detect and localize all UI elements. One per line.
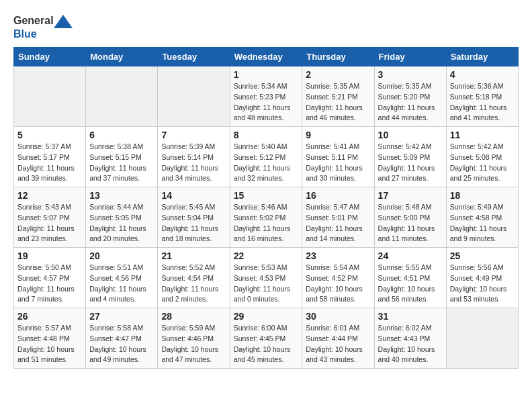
- day-number: 2: [306, 69, 370, 80]
- day-info: Sunrise: 5:38 AM Sunset: 5:15 PM Dayligh…: [89, 142, 154, 184]
- day-number: 5: [17, 130, 82, 140]
- calendar-week-row: 5Sunrise: 5:37 AM Sunset: 5:17 PM Daylig…: [14, 127, 519, 187]
- day-info: Sunrise: 5:39 AM Sunset: 5:14 PM Dayligh…: [161, 142, 226, 184]
- day-number: 11: [450, 130, 515, 140]
- calendar-cell: 4Sunrise: 5:36 AM Sunset: 5:18 PM Daylig…: [446, 66, 518, 127]
- day-info: Sunrise: 5:58 AM Sunset: 4:47 PM Dayligh…: [89, 323, 154, 365]
- calendar-cell: 5Sunrise: 5:37 AM Sunset: 5:17 PM Daylig…: [14, 127, 86, 187]
- calendar-cell: 26Sunrise: 5:57 AM Sunset: 4:48 PM Dayli…: [14, 308, 86, 369]
- calendar-cell: 19Sunrise: 5:50 AM Sunset: 4:57 PM Dayli…: [14, 248, 86, 308]
- day-number: 14: [161, 190, 226, 201]
- calendar-cell: 13Sunrise: 5:44 AM Sunset: 5:05 PM Dayli…: [86, 187, 158, 248]
- calendar-cell: 7Sunrise: 5:39 AM Sunset: 5:14 PM Daylig…: [158, 127, 230, 187]
- svg-marker-1: [54, 15, 73, 28]
- logo: GeneralBlue: [13, 13, 74, 40]
- calendar-cell: 14Sunrise: 5:45 AM Sunset: 5:04 PM Dayli…: [158, 187, 230, 248]
- day-info: Sunrise: 5:40 AM Sunset: 5:12 PM Dayligh…: [234, 142, 299, 184]
- day-info: Sunrise: 5:42 AM Sunset: 5:08 PM Dayligh…: [450, 142, 515, 184]
- day-info: Sunrise: 5:51 AM Sunset: 4:56 PM Dayligh…: [89, 263, 154, 305]
- day-number: 3: [378, 69, 443, 80]
- weekday-header-sunday: Sunday: [14, 48, 86, 66]
- day-info: Sunrise: 5:52 AM Sunset: 4:54 PM Dayligh…: [161, 263, 226, 305]
- day-number: 8: [234, 130, 299, 140]
- day-number: 1: [234, 69, 299, 80]
- day-info: Sunrise: 6:01 AM Sunset: 4:44 PM Dayligh…: [306, 323, 370, 365]
- day-info: Sunrise: 5:48 AM Sunset: 5:00 PM Dayligh…: [378, 202, 443, 244]
- calendar-cell: 16Sunrise: 5:47 AM Sunset: 5:01 PM Dayli…: [302, 187, 374, 248]
- calendar-cell: [14, 66, 86, 127]
- calendar-cell: 10Sunrise: 5:42 AM Sunset: 5:09 PM Dayli…: [374, 127, 446, 187]
- day-number: 24: [378, 250, 443, 261]
- day-number: 12: [17, 190, 82, 201]
- day-number: 17: [378, 190, 443, 201]
- day-info: Sunrise: 5:57 AM Sunset: 4:48 PM Dayligh…: [17, 323, 82, 365]
- day-info: Sunrise: 5:36 AM Sunset: 5:18 PM Dayligh…: [450, 81, 515, 124]
- day-number: 27: [89, 311, 154, 322]
- day-number: 15: [234, 190, 299, 201]
- calendar-cell: 6Sunrise: 5:38 AM Sunset: 5:15 PM Daylig…: [86, 127, 158, 187]
- calendar-cell: 20Sunrise: 5:51 AM Sunset: 4:56 PM Dayli…: [86, 248, 158, 308]
- calendar-cell: 2Sunrise: 5:35 AM Sunset: 5:21 PM Daylig…: [302, 66, 374, 127]
- calendar-cell: 30Sunrise: 6:01 AM Sunset: 4:44 PM Dayli…: [302, 308, 374, 369]
- day-info: Sunrise: 5:45 AM Sunset: 5:04 PM Dayligh…: [161, 202, 226, 244]
- calendar-week-row: 19Sunrise: 5:50 AM Sunset: 4:57 PM Dayli…: [14, 248, 519, 308]
- day-info: Sunrise: 5:55 AM Sunset: 4:51 PM Dayligh…: [378, 263, 443, 305]
- calendar-cell: 3Sunrise: 5:35 AM Sunset: 5:20 PM Daylig…: [374, 66, 446, 127]
- calendar-cell: 21Sunrise: 5:52 AM Sunset: 4:54 PM Dayli…: [158, 248, 230, 308]
- day-info: Sunrise: 6:02 AM Sunset: 4:43 PM Dayligh…: [378, 323, 443, 365]
- svg-text:Blue: Blue: [13, 28, 37, 40]
- calendar-cell: [158, 66, 230, 127]
- day-info: Sunrise: 5:41 AM Sunset: 5:11 PM Dayligh…: [306, 142, 370, 184]
- day-info: Sunrise: 5:35 AM Sunset: 5:21 PM Dayligh…: [306, 81, 370, 124]
- day-info: Sunrise: 5:54 AM Sunset: 4:52 PM Dayligh…: [306, 263, 370, 305]
- calendar-cell: 17Sunrise: 5:48 AM Sunset: 5:00 PM Dayli…: [374, 187, 446, 248]
- calendar-week-row: 12Sunrise: 5:43 AM Sunset: 5:07 PM Dayli…: [14, 187, 519, 248]
- calendar-cell: 28Sunrise: 5:59 AM Sunset: 4:46 PM Dayli…: [158, 308, 230, 369]
- day-info: Sunrise: 5:49 AM Sunset: 4:58 PM Dayligh…: [450, 202, 515, 244]
- calendar-cell: 11Sunrise: 5:42 AM Sunset: 5:08 PM Dayli…: [446, 127, 518, 187]
- day-number: 18: [450, 190, 515, 201]
- day-number: 16: [306, 190, 370, 201]
- calendar-cell: 25Sunrise: 5:56 AM Sunset: 4:49 PM Dayli…: [446, 248, 518, 308]
- calendar-cell: 29Sunrise: 6:00 AM Sunset: 4:45 PM Dayli…: [230, 308, 302, 369]
- day-number: 22: [234, 250, 299, 261]
- calendar-cell: [86, 66, 158, 127]
- calendar-cell: 8Sunrise: 5:40 AM Sunset: 5:12 PM Daylig…: [230, 127, 302, 187]
- day-number: 21: [161, 250, 226, 261]
- day-number: 28: [161, 311, 226, 322]
- weekday-header-wednesday: Wednesday: [230, 48, 302, 66]
- calendar-cell: 18Sunrise: 5:49 AM Sunset: 4:58 PM Dayli…: [446, 187, 518, 248]
- day-number: 9: [306, 130, 370, 140]
- day-info: Sunrise: 5:50 AM Sunset: 4:57 PM Dayligh…: [17, 263, 82, 305]
- day-number: 19: [17, 250, 82, 261]
- day-info: Sunrise: 5:47 AM Sunset: 5:01 PM Dayligh…: [306, 202, 370, 244]
- calendar-cell: 27Sunrise: 5:58 AM Sunset: 4:47 PM Dayli…: [86, 308, 158, 369]
- calendar-cell: 22Sunrise: 5:53 AM Sunset: 4:53 PM Dayli…: [230, 248, 302, 308]
- calendar-cell: 9Sunrise: 5:41 AM Sunset: 5:11 PM Daylig…: [302, 127, 374, 187]
- calendar-cell: 31Sunrise: 6:02 AM Sunset: 4:43 PM Dayli…: [374, 308, 446, 369]
- day-number: 20: [89, 250, 154, 261]
- logo-svg: GeneralBlue: [13, 13, 74, 40]
- day-info: Sunrise: 5:59 AM Sunset: 4:46 PM Dayligh…: [161, 323, 226, 365]
- calendar-cell: 12Sunrise: 5:43 AM Sunset: 5:07 PM Dayli…: [14, 187, 86, 248]
- weekday-header-monday: Monday: [86, 48, 158, 66]
- day-number: 26: [17, 311, 82, 322]
- weekday-header-tuesday: Tuesday: [158, 48, 230, 66]
- page-header: GeneralBlue: [13, 13, 519, 40]
- weekday-header-row: SundayMondayTuesdayWednesdayThursdayFrid…: [14, 48, 519, 66]
- day-number: 29: [234, 311, 299, 322]
- day-number: 4: [450, 69, 515, 80]
- day-info: Sunrise: 5:46 AM Sunset: 5:02 PM Dayligh…: [234, 202, 299, 244]
- weekday-header-friday: Friday: [374, 48, 446, 66]
- day-info: Sunrise: 6:00 AM Sunset: 4:45 PM Dayligh…: [234, 323, 299, 365]
- day-number: 6: [89, 130, 154, 140]
- svg-text:General: General: [13, 15, 54, 26]
- calendar-week-row: 1Sunrise: 5:34 AM Sunset: 5:23 PM Daylig…: [14, 66, 519, 127]
- calendar-week-row: 26Sunrise: 5:57 AM Sunset: 4:48 PM Dayli…: [14, 308, 519, 369]
- day-info: Sunrise: 5:44 AM Sunset: 5:05 PM Dayligh…: [89, 202, 154, 244]
- day-info: Sunrise: 5:34 AM Sunset: 5:23 PM Dayligh…: [234, 81, 299, 124]
- day-info: Sunrise: 5:53 AM Sunset: 4:53 PM Dayligh…: [234, 263, 299, 305]
- day-number: 23: [306, 250, 370, 261]
- calendar-table: SundayMondayTuesdayWednesdayThursdayFrid…: [13, 47, 519, 369]
- calendar-cell: 24Sunrise: 5:55 AM Sunset: 4:51 PM Dayli…: [374, 248, 446, 308]
